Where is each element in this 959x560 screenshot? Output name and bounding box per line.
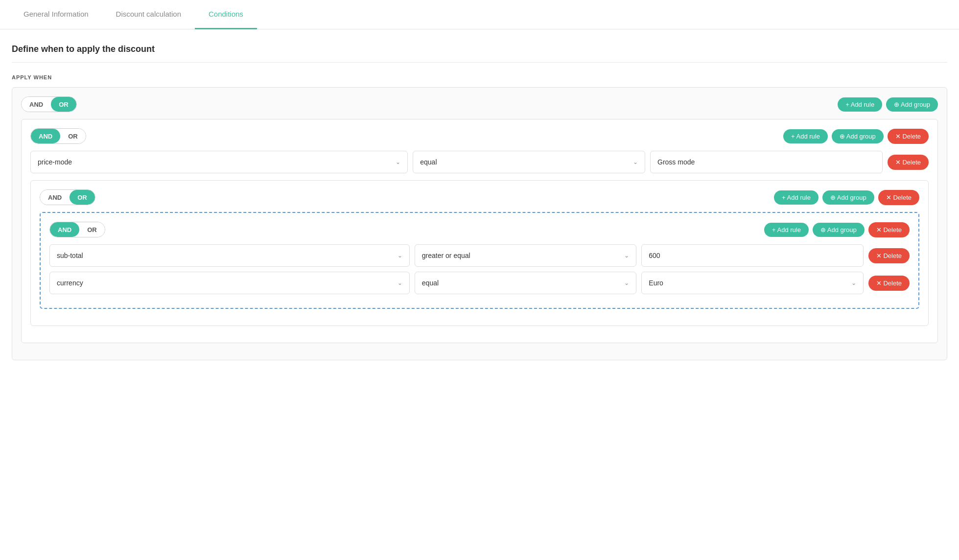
- inner-group-1-header: AND OR + Add rule ⊕ Add group ✕ Delete: [30, 128, 929, 144]
- currency-value-chevron-icon: ⌄: [851, 280, 856, 286]
- tab-conditions[interactable]: Conditions: [195, 0, 257, 29]
- tabs-bar: General Information Discount calculation…: [0, 0, 959, 29]
- price-mode-value-text: Gross mode: [657, 158, 695, 166]
- divider: [12, 62, 947, 63]
- rule-row-currency: currency ⌄ equal ⌄ Euro ⌄ ✕ Delete: [49, 272, 910, 294]
- inner-group-1-actions: + Add rule ⊕ Add group ✕ Delete: [783, 129, 929, 144]
- page-content: Define when to apply the discount APPLY …: [0, 29, 959, 375]
- rule-row-sub-total: sub-total ⌄ greater or equal ⌄ ✕ Delete: [49, 244, 910, 267]
- currency-value-text: Euro: [649, 279, 663, 287]
- inner-group-2-and-button[interactable]: AND: [40, 190, 70, 205]
- currency-operator-chevron-icon: ⌄: [624, 280, 629, 286]
- sub-total-chevron-icon: ⌄: [398, 252, 402, 259]
- apply-when-label: APPLY WHEN: [12, 74, 947, 80]
- nested-add-rule-button[interactable]: + Add rule: [764, 223, 809, 237]
- inner-group-1: AND OR + Add rule ⊕ Add group ✕ Delete p…: [21, 119, 938, 343]
- currency-field-value: currency: [57, 279, 83, 287]
- inner-group-2-delete-button[interactable]: ✕ Delete: [878, 190, 919, 205]
- currency-field-select[interactable]: currency ⌄: [49, 272, 410, 294]
- nested-dashed-group: AND OR + Add rule ⊕ Add group ✕ Delete s…: [40, 212, 919, 309]
- outer-group-header: AND OR + Add rule ⊕ Add group: [21, 96, 938, 112]
- price-mode-operator-select[interactable]: equal ⌄: [413, 151, 645, 173]
- outer-add-rule-button[interactable]: + Add rule: [838, 97, 882, 112]
- price-mode-delete-button[interactable]: ✕ Delete: [888, 155, 929, 170]
- inner-group-2: AND OR + Add rule ⊕ Add group ✕ Delete A…: [30, 180, 929, 326]
- currency-value-select[interactable]: Euro ⌄: [641, 272, 863, 294]
- inner-group-2-toggle: AND OR: [40, 189, 95, 205]
- tab-discount-calculation[interactable]: Discount calculation: [102, 0, 195, 29]
- outer-action-buttons: + Add rule ⊕ Add group: [838, 97, 938, 112]
- inner-group-2-header: AND OR + Add rule ⊕ Add group ✕ Delete: [40, 189, 919, 205]
- currency-operator-value: equal: [422, 279, 439, 287]
- sub-total-field-value: sub-total: [57, 252, 83, 259]
- sub-total-value-input[interactable]: [641, 244, 863, 267]
- price-mode-value-display: Gross mode: [650, 151, 883, 173]
- outer-group: AND OR + Add rule ⊕ Add group AND OR + A…: [12, 87, 947, 360]
- nested-group-actions: + Add rule ⊕ Add group ✕ Delete: [764, 222, 910, 237]
- currency-operator-select[interactable]: equal ⌄: [415, 272, 636, 294]
- nested-group-header: AND OR + Add rule ⊕ Add group ✕ Delete: [49, 222, 910, 237]
- inner-group-2-or-button[interactable]: OR: [70, 190, 95, 205]
- outer-add-group-button[interactable]: ⊕ Add group: [886, 97, 938, 112]
- outer-toggle-group: AND OR: [21, 96, 77, 112]
- sub-total-delete-button[interactable]: ✕ Delete: [868, 248, 910, 263]
- sub-total-operator-value: greater or equal: [422, 252, 470, 259]
- inner-group-2-actions: + Add rule ⊕ Add group ✕ Delete: [774, 190, 919, 205]
- price-mode-field-select[interactable]: price-mode ⌄: [30, 151, 408, 173]
- nested-group-toggle: AND OR: [49, 222, 105, 237]
- currency-chevron-icon: ⌄: [398, 280, 402, 286]
- inner-group-1-add-rule-button[interactable]: + Add rule: [783, 129, 828, 143]
- price-mode-operator-value: equal: [420, 158, 437, 166]
- inner-group-1-and-button[interactable]: AND: [31, 129, 60, 143]
- tab-general-information[interactable]: General Information: [10, 0, 102, 29]
- sub-total-operator-chevron-icon: ⌄: [624, 252, 629, 259]
- rule-row-price-mode: price-mode ⌄ equal ⌄ Gross mode ✕ Delete: [30, 151, 929, 173]
- outer-or-button[interactable]: OR: [51, 97, 76, 112]
- inner-group-2-add-rule-button[interactable]: + Add rule: [774, 190, 819, 205]
- nested-add-group-button[interactable]: ⊕ Add group: [813, 223, 865, 237]
- sub-total-field-select[interactable]: sub-total ⌄: [49, 244, 410, 267]
- nested-and-button[interactable]: AND: [50, 222, 79, 237]
- inner-group-1-add-group-button[interactable]: ⊕ Add group: [832, 129, 884, 143]
- sub-total-operator-select[interactable]: greater or equal ⌄: [415, 244, 636, 267]
- price-mode-operator-chevron-icon: ⌄: [633, 159, 638, 165]
- inner-group-1-or-button[interactable]: OR: [60, 129, 86, 143]
- price-mode-chevron-icon: ⌄: [396, 159, 400, 165]
- price-mode-field-value: price-mode: [38, 158, 72, 166]
- nested-or-button[interactable]: OR: [79, 222, 105, 237]
- inner-group-1-toggle: AND OR: [30, 128, 86, 144]
- section-title: Define when to apply the discount: [12, 44, 947, 54]
- outer-and-button[interactable]: AND: [22, 97, 51, 112]
- currency-delete-button[interactable]: ✕ Delete: [868, 276, 910, 291]
- inner-group-2-add-group-button[interactable]: ⊕ Add group: [822, 190, 874, 205]
- inner-group-1-delete-button[interactable]: ✕ Delete: [888, 129, 929, 144]
- nested-delete-button[interactable]: ✕ Delete: [868, 222, 910, 237]
